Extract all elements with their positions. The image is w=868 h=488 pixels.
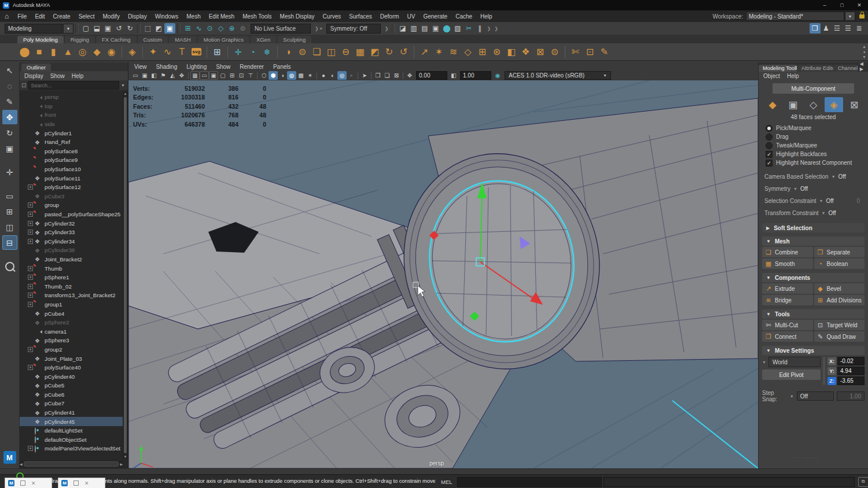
expand-icon[interactable]: + [28,221,33,226]
layout-outliner-persp[interactable]: ⊟ [2,235,17,250]
outliner-menu-show[interactable]: Show [50,73,65,79]
restore-icon[interactable] [20,480,25,486]
outliner-item-front[interactable]: front [20,110,123,120]
outliner-item-pcylinder38[interactable]: ❖pCylinder38 [20,246,123,255]
viewport-menu-show[interactable]: Show [216,64,230,70]
outliner-item-modelpanel3viewselectedset[interactable]: +modelPanel3ViewSelectedSet [20,444,123,453]
sep-close-icon[interactable]: ⊠ [392,71,401,80]
poly-disc-icon[interactable]: ◉ [104,45,119,59]
menu-create[interactable]: Create [49,13,75,20]
tab-overflow-arrows[interactable]: ◀ ▶ [858,61,868,72]
expand-icon[interactable]: + [28,239,33,244]
colorspace-select[interactable]: ACES 1.0 SDR-video (sRGB)▼ [505,71,611,80]
tab-modeling-toolkit[interactable]: Modeling Toolkit [759,65,797,72]
undo-icon[interactable]: ↺ [113,23,124,34]
outliner-item-pcylinder34[interactable]: +❖pCylinder34 [20,237,123,246]
scale-tool[interactable]: ▣ [2,141,17,156]
colorspace-icon[interactable]: ◉ [493,71,502,80]
platonic-solid-icon[interactable]: ◈ [125,45,139,59]
search-input[interactable] [28,81,119,90]
film-gate2-icon[interactable]: ▭ [200,71,209,80]
outliner-item-polysurface12[interactable]: +polySurface12 [20,183,123,192]
lasso-select-tool[interactable]: ◌ [2,79,17,93]
home-icon[interactable]: ⌂ [5,12,9,20]
shelf-tab-rigging[interactable]: Rigging [65,36,95,43]
render-settings-icon[interactable]: ▤ [419,23,430,34]
outliner-item-polysurface8[interactable]: polySurface8 [20,147,123,156]
poly-torus-icon[interactable]: ◎ [75,45,90,59]
merge-icon[interactable]: ⊖ [339,45,353,59]
modeling-toolkit-toggle[interactable]: ❒ [810,23,821,34]
menu-mesh[interactable]: Mesh [182,13,204,20]
film-gate-icon[interactable]: ▭ [131,71,140,80]
shelf-tab-mash[interactable]: MASH [169,36,196,43]
pan-zoom-icon[interactable]: ✥ [177,71,186,80]
select-tool[interactable]: ↖ [2,63,17,77]
script-editor-icon[interactable]: ⧉ [858,477,868,487]
viewport-canvas[interactable] [128,80,758,468]
res-gate2-icon[interactable]: ▣ [209,71,218,80]
sphere-project-icon[interactable]: ⊜ [547,45,562,59]
axis-value-field[interactable]: -3.65 [837,376,865,385]
circularize-icon[interactable]: ⊠ [533,45,547,59]
lights-icon[interactable]: ◍ [287,71,296,80]
radio-button-icon[interactable] [766,142,773,149]
expand-icon[interactable]: + [28,347,33,352]
outliner-item-pcylinder40[interactable]: ❖pCylinder40 [20,372,123,381]
shadows-icon[interactable]: ▩ [296,71,306,80]
radio-button-icon[interactable] [766,125,773,132]
caret-icon[interactable]: ▼ [822,211,826,215]
menu-edit-mesh[interactable]: Edit Mesh [205,13,238,20]
select-hierarchy-icon[interactable]: ⬚ [142,23,153,34]
expand-icon[interactable]: + [28,212,33,217]
outliner-item-pcube6[interactable]: ❖pCube6 [20,390,123,400]
expand-icon[interactable]: + [28,275,33,280]
outliner-item-psphere3[interactable]: ❖pSphere3 [20,336,123,345]
outliner-item-top[interactable]: top [20,102,123,111]
extrude-icon[interactable]: ↗ [417,45,432,59]
radio-pick-marquee[interactable]: Pick/Marquee [762,124,865,132]
outliner-item-group[interactable]: +group [20,201,123,210]
outliner-item-psphere2[interactable]: ❖pSphere2 [20,318,123,327]
checkbox-highlight-backfaces[interactable]: ✓Highlight Backfaces [762,150,865,158]
outliner-item-pcube7[interactable]: ❖pCube7 [20,399,123,408]
poke-icon[interactable]: ◧ [504,45,518,59]
poly-plane-icon[interactable]: ◆ [90,45,104,59]
gamma-field[interactable]: 1.00 [460,71,491,80]
menu-modify[interactable]: Modify [98,13,123,20]
menu-mesh-display[interactable]: Mesh Display [276,13,319,20]
mel-label[interactable]: MEL [441,479,453,485]
open-scene-icon[interactable]: ⬓ [91,23,102,34]
snap-grid-icon[interactable]: ⊞ [182,23,193,34]
outliner-item-joint-plate-03[interactable]: ❖Joint_Plate_03 [20,354,123,363]
make-live-icon[interactable]: ⊚ [237,23,248,34]
poly-cone-icon[interactable]: ▲ [61,45,75,59]
outliner-item-defaultobjectset[interactable]: defaultObjectSet [20,435,123,445]
split-mesh-icon[interactable]: ◫ [324,45,339,59]
outliner-item-polysurface40[interactable]: +polySurface40 [20,363,123,372]
maximize-button[interactable]: □ [833,0,851,10]
reset-transform-icon[interactable]: ◔ [245,45,260,59]
menu-mesh-tools[interactable]: Mesh Tools [238,13,275,20]
outliner-item-side[interactable]: side [20,120,123,129]
exposure-field[interactable]: 0.00 [416,71,447,80]
taskbar-window-tab[interactable]: M ✕ [5,478,52,488]
workspace-select[interactable]: Modeling - Standard* [746,12,844,21]
combine-button[interactable]: ❏Combine [762,247,813,257]
channel-box-toggle[interactable]: ≣ [854,23,865,34]
quad-draw-icon[interactable]: ✎ [597,45,612,59]
expand-icon[interactable]: + [28,446,33,451]
expand-icon[interactable]: + [28,293,33,298]
radio-drag[interactable]: Drag [762,132,865,141]
exposure-icon[interactable]: ✥ [405,71,414,80]
step-snap-select[interactable]: Off [797,391,834,401]
outliner-item-transform13-joint-bracket2[interactable]: +transform13_Joint_Bracket2 [20,291,123,300]
shelf-tab-motion-graphics[interactable]: Motion Graphics [198,36,249,43]
expand-icon[interactable]: + [28,365,33,370]
poly-cylinder-icon[interactable]: ▮ [46,45,61,59]
zoom-tool[interactable] [2,259,17,273]
dropdown-transform-constraint[interactable]: Transform Constraint▼Off [762,207,865,219]
paint-select-tool[interactable]: ✎ [2,94,17,109]
tab-attribute-editor[interactable]: Attribute Editor [797,65,833,72]
caret-icon[interactable]: ▼ [793,187,797,191]
